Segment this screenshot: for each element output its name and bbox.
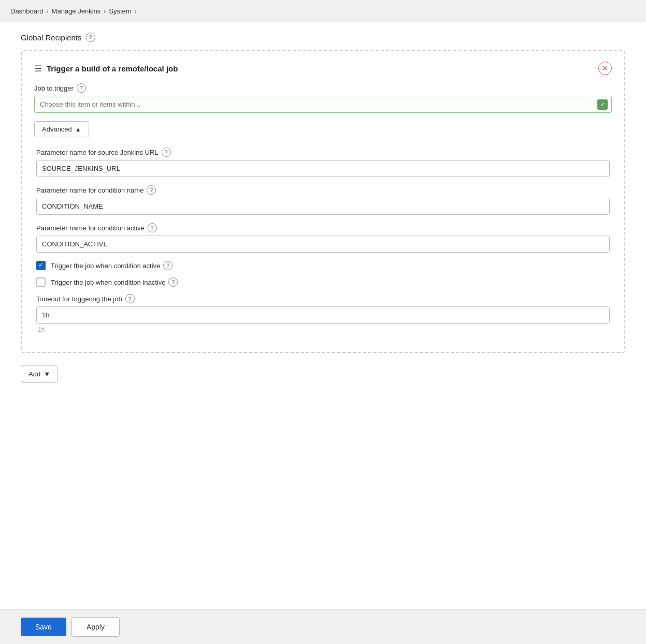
trigger-inactive-row: Trigger the job when condition inactive … xyxy=(36,277,610,287)
breadcrumb-manage-jenkins[interactable]: Manage Jenkins xyxy=(52,7,101,15)
condition-active-input[interactable] xyxy=(36,236,610,253)
source-url-help-icon[interactable]: ? xyxy=(162,148,171,157)
add-chevron-icon: ▼ xyxy=(44,370,50,378)
timeout-label-text: Timeout for triggering the job xyxy=(36,295,122,303)
breadcrumb-sep-3: › xyxy=(135,8,137,15)
condition-name-help-icon[interactable]: ? xyxy=(147,185,156,195)
close-card-button[interactable]: ✕ xyxy=(598,62,612,75)
breadcrumb-sep-1: › xyxy=(47,8,49,15)
main-content: Global Recipients ? ☰ Trigger a build of… xyxy=(0,22,646,644)
timeout-input[interactable] xyxy=(36,306,610,324)
timeout-hint: 1h xyxy=(36,326,610,333)
source-url-label-text: Parameter name for source Jenkins URL xyxy=(36,149,159,156)
section-label-row: Global Recipients ? xyxy=(21,33,625,42)
advanced-label: Advanced xyxy=(42,125,72,133)
source-url-field: Parameter name for source Jenkins URL ? xyxy=(36,148,610,177)
footer: Save Apply xyxy=(0,609,646,644)
drag-handle-icon[interactable]: ☰ xyxy=(34,64,41,74)
condition-name-label: Parameter name for condition name ? xyxy=(36,185,610,195)
source-url-label: Parameter name for source Jenkins URL ? xyxy=(36,148,610,157)
trigger-inactive-label: Trigger the job when condition inactive … xyxy=(51,277,178,287)
condition-name-input[interactable] xyxy=(36,198,610,215)
condition-active-label: Parameter name for condition active ? xyxy=(36,223,610,232)
trigger-active-help-icon[interactable]: ? xyxy=(163,261,173,270)
job-to-trigger-field: Job to trigger ? ✓ xyxy=(34,83,612,113)
card-title-area: ☰ Trigger a build of a remote/local job xyxy=(34,64,178,74)
condition-active-field: Parameter name for condition active ? xyxy=(36,223,610,253)
breadcrumb-sep-2: › xyxy=(104,8,106,15)
timeout-label: Timeout for triggering the job ? xyxy=(36,294,610,303)
timeout-field: Timeout for triggering the job ? 1h xyxy=(36,294,610,333)
source-url-input[interactable] xyxy=(36,160,610,177)
condition-name-field: Parameter name for condition name ? xyxy=(36,185,610,215)
chevron-up-icon: ▲ xyxy=(75,126,81,133)
page-wrapper: Dashboard › Manage Jenkins › System › Gl… xyxy=(0,0,646,644)
advanced-button[interactable]: Advanced ▲ xyxy=(34,121,89,137)
trigger-active-row: Trigger the job when condition active ? xyxy=(36,261,610,270)
trigger-inactive-help-icon[interactable]: ? xyxy=(168,277,178,287)
card-title: Trigger a build of a remote/local job xyxy=(47,64,178,73)
advanced-section: Parameter name for source Jenkins URL ? … xyxy=(34,148,612,333)
job-trigger-check-icon: ✓ xyxy=(597,99,608,110)
apply-button[interactable]: Apply xyxy=(71,617,120,637)
condition-active-help-icon[interactable]: ? xyxy=(148,223,157,232)
job-to-trigger-label-text: Job to trigger xyxy=(34,84,74,92)
trigger-inactive-label-text: Trigger the job when condition inactive xyxy=(51,279,165,286)
trigger-active-label: Trigger the job when condition active ? xyxy=(51,261,173,270)
save-button[interactable]: Save xyxy=(21,618,66,636)
breadcrumb-system[interactable]: System xyxy=(109,7,131,15)
trigger-card: ☰ Trigger a build of a remote/local job … xyxy=(21,50,625,353)
job-to-trigger-input[interactable] xyxy=(34,96,612,113)
job-to-trigger-label: Job to trigger ? xyxy=(34,83,612,93)
trigger-active-checkbox[interactable] xyxy=(36,261,46,270)
global-recipients-help-icon[interactable]: ? xyxy=(86,33,95,42)
condition-active-label-text: Parameter name for condition active xyxy=(36,224,145,232)
breadcrumb: Dashboard › Manage Jenkins › System › xyxy=(0,0,646,22)
global-recipients-label: Global Recipients xyxy=(21,33,82,42)
trigger-active-label-text: Trigger the job when condition active xyxy=(51,262,160,270)
card-header: ☰ Trigger a build of a remote/local job … xyxy=(34,62,612,75)
timeout-help-icon[interactable]: ? xyxy=(125,294,135,303)
trigger-inactive-checkbox[interactable] xyxy=(36,277,46,287)
condition-name-label-text: Parameter name for condition name xyxy=(36,186,143,194)
add-button[interactable]: Add ▼ xyxy=(21,365,58,383)
add-label: Add xyxy=(28,370,40,378)
job-trigger-input-wrapper: ✓ xyxy=(34,96,612,113)
job-to-trigger-help-icon[interactable]: ? xyxy=(77,83,86,93)
breadcrumb-dashboard[interactable]: Dashboard xyxy=(10,7,44,15)
